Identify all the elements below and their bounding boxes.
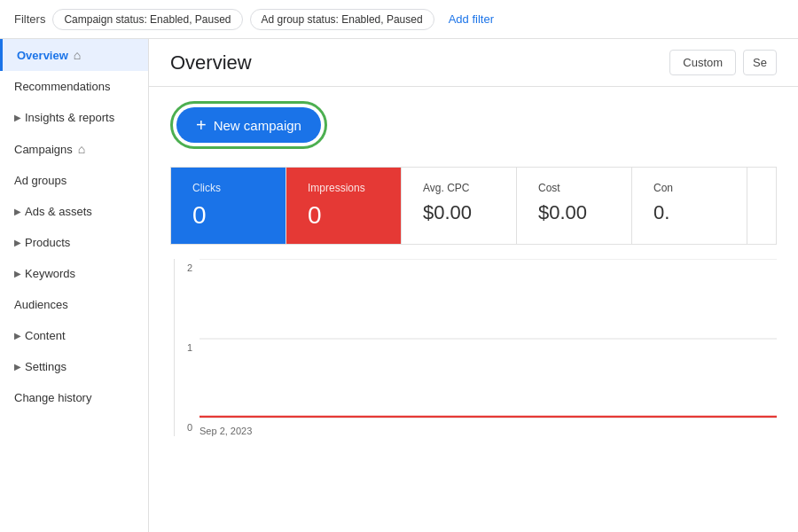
sidebar-item-insights-reports[interactable]: ▶ Insights & reports xyxy=(0,102,148,133)
custom-button[interactable]: Custom xyxy=(669,50,736,75)
adgroup-status-chip[interactable]: Ad group status: Enabled, Paused xyxy=(250,9,434,30)
clicks-value: 0 xyxy=(192,201,264,230)
arrow-icon-products: ▶ xyxy=(14,238,21,247)
home-icon-overview: ⌂ xyxy=(74,48,81,62)
home-icon-campaigns: ⌂ xyxy=(78,142,85,156)
conv-value: 0. xyxy=(653,201,725,224)
avg-cpc-value: $0.00 xyxy=(423,201,495,224)
filters-label: Filters xyxy=(14,12,45,26)
new-campaign-highlight: + New campaign xyxy=(170,101,327,149)
sidebar-item-overview[interactable]: Overview ⌂ xyxy=(0,39,148,71)
stats-row: Clicks 0 Impressions 0 Avg. CPC $0.00 Co… xyxy=(170,167,777,245)
y-label-0: 0 xyxy=(175,422,192,433)
chart-svg xyxy=(200,259,777,419)
arrow-icon-content: ▶ xyxy=(14,331,21,340)
chart-y-labels: 2 1 0 xyxy=(175,259,192,436)
cost-label: Cost xyxy=(538,182,610,194)
sidebar-label-change-history: Change history xyxy=(14,391,91,404)
chart-area: 2 1 0 Sep 2, 2023 xyxy=(174,259,777,436)
sidebar-label-audiences: Audiences xyxy=(14,298,68,311)
sidebar-item-recommendations[interactable]: Recommendations xyxy=(0,71,148,102)
y-label-2: 2 xyxy=(175,262,192,273)
se-button[interactable]: Se xyxy=(743,50,777,75)
arrow-icon-insights: ▶ xyxy=(14,113,21,122)
main-layout: Overview ⌂ Recommendations ▶ Insights & … xyxy=(0,39,798,532)
sidebar-item-keywords[interactable]: ▶ Keywords xyxy=(0,258,148,289)
filter-bar: Filters Campaign status: Enabled, Paused… xyxy=(0,0,798,39)
header-right: Custom Se xyxy=(669,50,777,75)
sidebar-label-adgroups: Ad groups xyxy=(14,174,66,187)
arrow-icon-settings: ▶ xyxy=(14,362,21,372)
arrow-icon-ads: ▶ xyxy=(14,207,21,216)
campaign-status-chip[interactable]: Campaign status: Enabled, Paused xyxy=(52,9,242,30)
new-campaign-label: New campaign xyxy=(214,118,301,133)
content-body: + New campaign Clicks 0 Impressions 0 xyxy=(149,87,798,450)
impressions-label: Impressions xyxy=(308,182,379,194)
stat-clicks: Clicks 0 xyxy=(171,168,286,244)
sidebar-label-campaigns: Campaigns xyxy=(14,143,73,156)
stat-cost: Cost $0.00 xyxy=(517,168,632,244)
sidebar-label-keywords: Keywords xyxy=(25,267,75,280)
sidebar-label-products: Products xyxy=(25,236,70,249)
stat-conv: Con 0. xyxy=(632,168,747,244)
sidebar-label-insights: Insights & reports xyxy=(25,111,114,124)
sidebar-item-content[interactable]: ▶ Content xyxy=(0,320,148,351)
sidebar-item-audiences[interactable]: Audiences xyxy=(0,289,148,320)
sidebar-item-settings[interactable]: ▶ Settings xyxy=(0,351,148,382)
stat-avg-cpc: Avg. CPC $0.00 xyxy=(402,168,517,244)
new-campaign-button[interactable]: + New campaign xyxy=(176,107,321,143)
arrow-icon-keywords: ▶ xyxy=(14,269,21,278)
cost-value: $0.00 xyxy=(538,201,610,224)
clicks-label: Clicks xyxy=(192,182,264,194)
sidebar-item-products[interactable]: ▶ Products xyxy=(0,227,148,258)
content-header: Overview Custom Se xyxy=(149,39,798,87)
add-filter-button[interactable]: Add filter xyxy=(442,9,501,29)
sidebar-label-settings: Settings xyxy=(25,360,66,373)
plus-icon: + xyxy=(196,116,207,134)
conv-label: Con xyxy=(653,182,725,194)
sidebar: Overview ⌂ Recommendations ▶ Insights & … xyxy=(0,39,149,532)
y-label-1: 1 xyxy=(175,342,192,353)
avg-cpc-label: Avg. CPC xyxy=(423,182,495,194)
sidebar-label-overview: Overview xyxy=(17,49,68,62)
chart-canvas xyxy=(200,259,777,419)
sidebar-label-recommendations: Recommendations xyxy=(14,80,110,93)
stat-impressions: Impressions 0 xyxy=(286,168,402,244)
sidebar-item-campaigns[interactable]: Campaigns ⌂ xyxy=(0,133,148,165)
sidebar-item-change-history[interactable]: Change history xyxy=(0,382,148,413)
sidebar-item-ads-assets[interactable]: ▶ Ads & assets xyxy=(0,196,148,227)
sidebar-item-adgroups[interactable]: Ad groups xyxy=(0,165,148,196)
sidebar-label-ads: Ads & assets xyxy=(25,205,92,218)
content-area: Overview Custom Se + New campaign Clicks xyxy=(149,39,798,532)
chart-x-label: Sep 2, 2023 xyxy=(200,426,252,436)
impressions-value: 0 xyxy=(308,201,379,230)
sidebar-label-content: Content xyxy=(25,329,66,342)
page-title: Overview xyxy=(170,51,252,74)
